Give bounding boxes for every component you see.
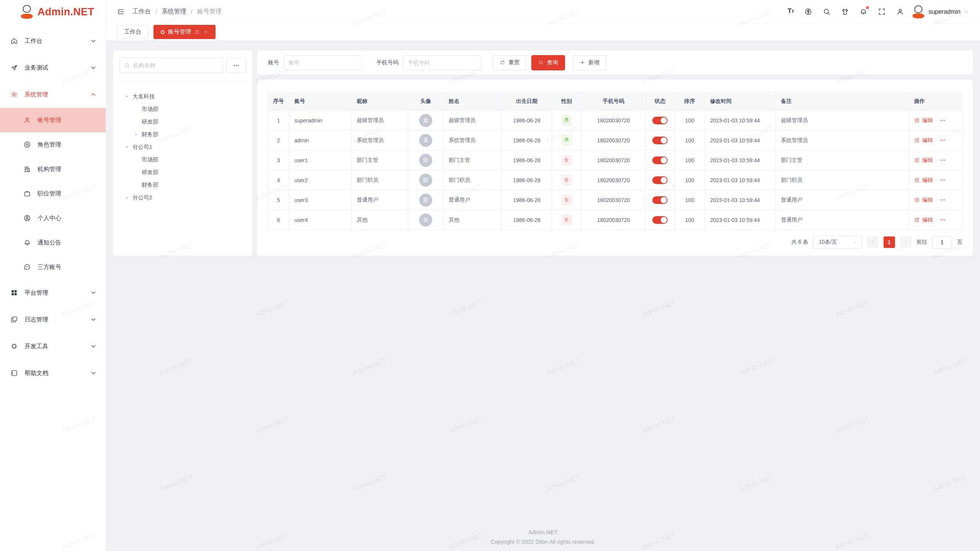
sidebar-item-third-party-account[interactable]: 三方账号 bbox=[0, 255, 106, 279]
chevron-down-icon bbox=[90, 316, 97, 323]
page-size-select[interactable]: 10条/页 bbox=[813, 236, 862, 249]
tree-node[interactable]: 研发部 bbox=[119, 166, 246, 179]
tab-workbench[interactable]: 工作台 bbox=[117, 25, 149, 39]
sidebar-item-business-test[interactable]: 业务测试 bbox=[0, 54, 106, 81]
breadcrumb-item[interactable]: 系统管理 bbox=[162, 8, 186, 16]
caret-down-icon[interactable] bbox=[124, 144, 130, 150]
sidebar-item-platform-management[interactable]: 平台管理 bbox=[0, 279, 106, 306]
cell-nickname: 超级管理员 bbox=[352, 111, 408, 130]
tree-node[interactable]: 分公司1 bbox=[119, 141, 246, 153]
cell-index: 5 bbox=[268, 190, 289, 210]
edit-icon bbox=[914, 197, 920, 203]
edit-button[interactable]: 编辑 bbox=[914, 157, 933, 164]
reset-label: 重置 bbox=[508, 59, 519, 66]
cell-modified-time: 2023-01-03 10:59:44 bbox=[705, 130, 776, 150]
cell-actions: 编辑 bbox=[909, 150, 962, 170]
cell-sex: 男 bbox=[552, 130, 581, 150]
tree-node-label: 大名科技 bbox=[132, 93, 155, 100]
user-menu[interactable]: superadmin bbox=[912, 5, 969, 18]
status-toggle[interactable] bbox=[652, 156, 668, 164]
goto-page-input[interactable] bbox=[932, 236, 952, 249]
prev-page-button[interactable] bbox=[867, 236, 879, 248]
more-actions-button[interactable] bbox=[939, 137, 946, 143]
status-toggle[interactable] bbox=[652, 117, 668, 124]
add-button[interactable]: 新增 bbox=[573, 55, 606, 70]
tree-node[interactable]: 研发部 bbox=[119, 116, 246, 128]
language-icon[interactable] bbox=[804, 8, 812, 16]
chevron-down-icon bbox=[90, 342, 97, 350]
account-input[interactable] bbox=[284, 55, 362, 70]
sidebar-item-account-management[interactable]: 账号管理 bbox=[0, 108, 106, 132]
collapse-menu-icon[interactable] bbox=[117, 8, 125, 16]
user-icon[interactable] bbox=[896, 8, 904, 16]
status-toggle[interactable] bbox=[652, 196, 668, 204]
more-actions-button[interactable] bbox=[939, 117, 946, 124]
tree-node[interactable]: 大名科技 bbox=[119, 90, 246, 103]
logo[interactable]: Admin.NET bbox=[0, 0, 106, 24]
tree-node[interactable]: 财务部 bbox=[119, 128, 246, 141]
cell-remark: 超级管理员 bbox=[776, 111, 909, 130]
caret-right-icon[interactable] bbox=[124, 195, 130, 201]
chevron-up-icon bbox=[90, 91, 97, 98]
cell-phone: 18020030720 bbox=[581, 190, 646, 210]
sidebar-item-system-management[interactable]: 系统管理 bbox=[0, 81, 106, 108]
notification-icon[interactable] bbox=[859, 8, 867, 16]
status-toggle[interactable] bbox=[652, 137, 668, 144]
sidebar-item-label: 机构管理 bbox=[38, 165, 61, 173]
edit-button[interactable]: 编辑 bbox=[914, 117, 933, 124]
edit-button[interactable]: 编辑 bbox=[914, 137, 933, 144]
more-actions-button[interactable] bbox=[939, 157, 946, 163]
more-actions-button[interactable] bbox=[939, 197, 946, 203]
cell-phone: 18020030720 bbox=[581, 150, 646, 170]
font-size-icon[interactable]: TT bbox=[787, 8, 794, 16]
org-icon bbox=[23, 165, 31, 173]
org-search-input[interactable]: 机构名称 bbox=[119, 58, 223, 73]
right-column: 账号 手机号码 重置 查询 新增 bbox=[257, 51, 973, 256]
tab-account-management[interactable]: 账号管理 bbox=[154, 25, 216, 39]
edit-icon bbox=[914, 157, 920, 163]
edit-button[interactable]: 编辑 bbox=[914, 177, 933, 184]
edit-button[interactable]: 编辑 bbox=[914, 217, 933, 223]
caret-right-icon[interactable] bbox=[133, 132, 139, 137]
reset-button[interactable]: 重置 bbox=[493, 55, 526, 70]
edit-button[interactable]: 编辑 bbox=[914, 197, 933, 204]
caret-down-icon[interactable] bbox=[124, 94, 130, 99]
sidebar-item-dev-tools[interactable]: 开发工具 bbox=[0, 333, 106, 360]
query-button[interactable]: 查询 bbox=[531, 55, 565, 70]
cell-modified-time: 2023-01-03 10:59:44 bbox=[705, 210, 776, 230]
caret-placeholder bbox=[133, 119, 139, 125]
tree-node[interactable]: 市场部 bbox=[119, 103, 246, 116]
tree-node[interactable]: 市场部 bbox=[119, 153, 246, 166]
breadcrumb-item[interactable]: 工作台 bbox=[132, 8, 151, 16]
page-number-button[interactable]: 1 bbox=[884, 236, 895, 248]
sidebar-item-notice-announcement[interactable]: 通知公告 bbox=[0, 230, 106, 255]
sex-badge: 女 bbox=[562, 215, 572, 225]
sidebar-item-position-management[interactable]: 职位管理 bbox=[0, 181, 106, 206]
search-icon[interactable] bbox=[823, 8, 831, 16]
sidebar-item-log-management[interactable]: 日志管理 bbox=[0, 306, 106, 333]
logo-title: Admin.NET bbox=[38, 6, 94, 18]
theme-icon[interactable] bbox=[841, 8, 849, 16]
grid-icon bbox=[10, 289, 18, 297]
table-row: 3 user1 部门主管 部 部门主管 1986-06-28 女 1802003… bbox=[268, 150, 962, 170]
tree-node[interactable]: 分公司2 bbox=[119, 191, 246, 204]
more-actions-button[interactable] bbox=[939, 177, 946, 183]
cell-birthdate: 1986-06-28 bbox=[502, 150, 552, 170]
column-header: 出生日期 bbox=[502, 92, 552, 111]
status-toggle[interactable] bbox=[652, 216, 668, 224]
table-row: 5 user3 普通用户 普 普通用户 1986-06-28 女 1802003… bbox=[268, 190, 962, 210]
next-page-button[interactable] bbox=[900, 236, 911, 248]
close-icon[interactable] bbox=[203, 29, 208, 34]
sidebar-item-role-management[interactable]: 角色管理 bbox=[0, 132, 106, 157]
more-actions-button[interactable] bbox=[939, 217, 946, 223]
tree-node[interactable]: 财务部 bbox=[119, 179, 246, 191]
sidebar-item-help-docs[interactable]: 帮助文档 bbox=[0, 360, 106, 386]
sidebar-item-workbench[interactable]: 工作台 bbox=[0, 28, 106, 54]
chat-icon bbox=[23, 263, 31, 271]
status-toggle[interactable] bbox=[652, 176, 668, 184]
phone-input[interactable] bbox=[403, 55, 481, 70]
tree-more-button[interactable] bbox=[226, 58, 246, 73]
fullscreen-icon[interactable] bbox=[878, 8, 886, 16]
sidebar-item-personal-center[interactable]: 个人中心 bbox=[0, 206, 106, 230]
sidebar-item-org-management[interactable]: 机构管理 bbox=[0, 157, 106, 181]
